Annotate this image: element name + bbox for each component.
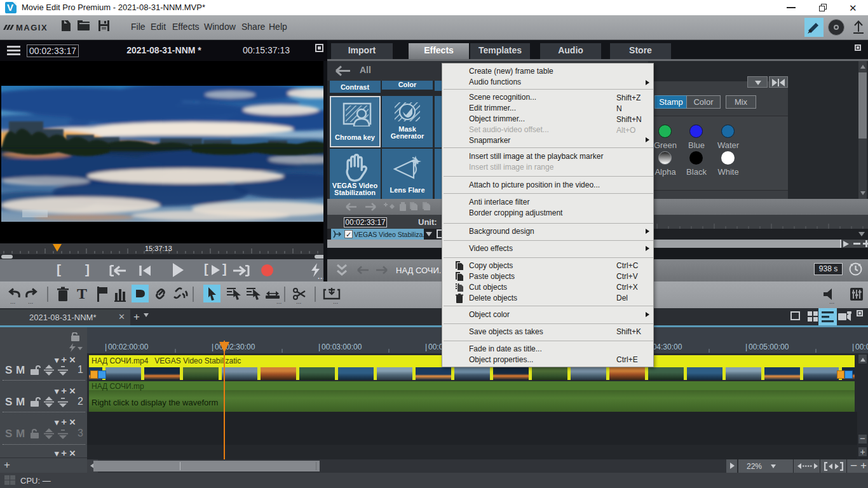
svg-text:MAGIX: MAGIX	[16, 23, 48, 32]
